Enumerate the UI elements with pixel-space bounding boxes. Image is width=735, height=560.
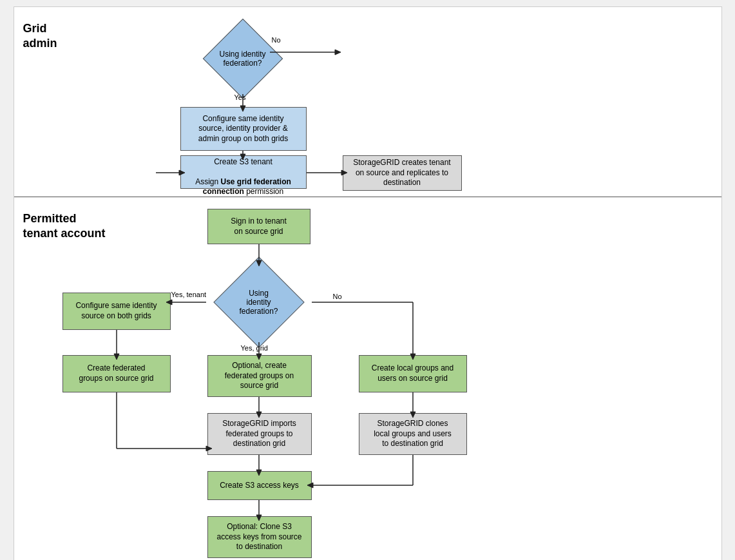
yes-grid-label: Yes, grid: [241, 344, 268, 352]
box-create-local: Create local groups and users on source …: [359, 355, 467, 392]
section-label-tenant: Permitted tenant account: [14, 204, 721, 246]
box-sign-in: Sign in to tenant on source grid: [207, 209, 310, 244]
box-s3-access-keys: Create S3 access keys: [207, 471, 312, 500]
box-optional-clone: Optional: Clone S3 access keys from sour…: [207, 516, 312, 558]
box-storagegrid-imports: StorageGRID imports federated groups to …: [207, 413, 312, 455]
box-storagegrid-creates: StorageGRID creates tenant on source and…: [343, 155, 462, 191]
no-label-top: No: [272, 36, 281, 44]
top-section: Grid admin Using identity federation? No…: [14, 7, 721, 197]
main-container: Grid admin Using identity federation? No…: [14, 6, 722, 560]
no-label-bottom: No: [333, 293, 342, 300]
diamond-identity-federation-top: Using identity federation?: [198, 23, 288, 94]
bottom-section: Permitted tenant account Sign in to tena…: [14, 197, 721, 560]
box-storagegrid-clones: StorageGRID clones local groups and user…: [359, 413, 467, 455]
section-label-grid-admin: Grid admin: [14, 14, 721, 55]
box-optional-federated: Optional, create federated groups on sou…: [207, 355, 312, 397]
box-configure-identity-bottom: Configure same identity source on both g…: [62, 293, 171, 330]
diamond-identity-federation-bottom: Using identity federation?: [206, 262, 312, 342]
box-create-s3-tenant: Create S3 tenant Assign Use grid federat…: [180, 155, 307, 189]
box-configure-identity: Configure same identity source, identity…: [180, 107, 307, 151]
yes-label-top: Yes: [234, 93, 246, 101]
yes-tenant-label: Yes, tenant: [171, 291, 207, 298]
box-create-federated: Create federated groups on source grid: [62, 355, 171, 392]
